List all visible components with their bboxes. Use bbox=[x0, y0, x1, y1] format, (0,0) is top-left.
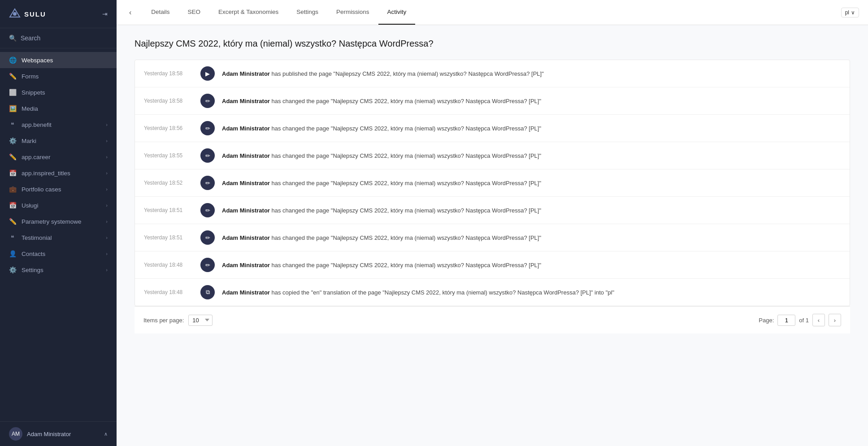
webspaces-icon: 🌐 bbox=[9, 56, 16, 64]
sidebar: SULU ⇥ 🔍 Search 🌐 Webspaces ✏️ Forms ⬜ S… bbox=[0, 0, 117, 446]
activity-text: Adam Ministrator has changed the page "N… bbox=[222, 152, 841, 159]
activity-type-icon: ✏ bbox=[205, 234, 210, 241]
nav-item-left: ❝ Testimonial bbox=[9, 234, 52, 241]
sidebar-item-portfolio-cases[interactable]: 💼 Portfolio cases › bbox=[0, 181, 117, 197]
sidebar-nav: 🌐 Webspaces ✏️ Forms ⬜ Snippets 🖼️ Media… bbox=[0, 48, 117, 421]
sidebar-item-parametry[interactable]: ✏️ Parametry systemowe › bbox=[0, 213, 117, 229]
activity-time: Yesterday 18:52 bbox=[144, 180, 193, 186]
activity-item: Yesterday 18:52 ✏ Adam Ministrator has c… bbox=[135, 169, 850, 197]
activity-user: Adam Ministrator bbox=[222, 125, 270, 132]
sidebar-item-media[interactable]: 🖼️ Media bbox=[0, 100, 117, 117]
user-menu-chevron[interactable]: ∧ bbox=[104, 431, 108, 437]
nav-item-left: ⬜ Snippets bbox=[9, 89, 45, 96]
lang-chevron-icon: ∨ bbox=[851, 9, 855, 16]
sidebar-item-snippets[interactable]: ⬜ Snippets bbox=[0, 84, 117, 100]
activity-avatar: ✏ bbox=[200, 94, 215, 108]
settings-icon: ⚙️ bbox=[9, 266, 16, 273]
sidebar-footer: AM Adam Ministrator ∧ bbox=[0, 421, 117, 446]
activity-time: Yesterday 18:48 bbox=[144, 262, 193, 268]
activity-item: Yesterday 18:58 ▶ Adam Ministrator has p… bbox=[135, 60, 850, 87]
sidebar-item-app-inspired-titles[interactable]: 📅 app.inspired_titles › bbox=[0, 165, 117, 181]
search-item[interactable]: 🔍 Search bbox=[0, 28, 117, 48]
activity-time: Yesterday 18:58 bbox=[144, 70, 193, 77]
topbar-right: pl ∨ bbox=[841, 8, 859, 17]
nav-chevron-icon: › bbox=[106, 267, 108, 273]
sidebar-item-contacts[interactable]: 👤 Contacts › bbox=[0, 246, 117, 262]
back-button[interactable]: ‹ bbox=[126, 7, 135, 18]
tab-permissions[interactable]: Permissions bbox=[327, 0, 378, 25]
activity-time: Yesterday 18:55 bbox=[144, 152, 193, 159]
sidebar-item-forms[interactable]: ✏️ Forms bbox=[0, 68, 117, 84]
activity-type-icon: ✏ bbox=[205, 180, 210, 186]
nav-item-label: app.benefit bbox=[22, 121, 52, 128]
nav-item-left: 👤 Contacts bbox=[9, 250, 45, 257]
activity-type-icon: ⧉ bbox=[206, 289, 210, 296]
activity-type-icon: ✏ bbox=[205, 98, 210, 104]
nav-item-label: Contacts bbox=[22, 251, 45, 257]
page-input[interactable] bbox=[777, 315, 795, 326]
nav-item-left: ❝ app.benefit bbox=[9, 121, 52, 128]
nav-item-label: Parametry systemowe bbox=[22, 218, 82, 225]
next-page-button[interactable]: › bbox=[829, 314, 841, 326]
activity-type-icon: ✏ bbox=[205, 262, 210, 268]
app-benefit-icon: ❝ bbox=[9, 121, 16, 128]
nav-item-left: 📅 Usługi bbox=[9, 202, 39, 209]
activity-time: Yesterday 18:48 bbox=[144, 289, 193, 295]
app-career-icon: ✏️ bbox=[9, 153, 16, 160]
tab-settings[interactable]: Settings bbox=[287, 0, 327, 25]
page-label: Page: bbox=[759, 317, 774, 324]
activity-item: Yesterday 18:56 ✏ Adam Ministrator has c… bbox=[135, 115, 850, 142]
per-page-select[interactable]: 102050100 bbox=[188, 315, 213, 326]
activity-text: Adam Ministrator has changed the page "N… bbox=[222, 234, 841, 241]
app-name: SULU bbox=[24, 10, 46, 18]
user-info: AM Adam Ministrator bbox=[9, 427, 71, 441]
sidebar-item-testimonial[interactable]: ❝ Testimonial › bbox=[0, 229, 117, 246]
activity-user: Adam Ministrator bbox=[222, 152, 270, 159]
user-name: Adam Ministrator bbox=[27, 431, 71, 437]
content-area: Najlepszy CMS 2022, który ma (niemal) ws… bbox=[117, 25, 868, 446]
activity-item: Yesterday 18:58 ✏ Adam Ministrator has c… bbox=[135, 87, 850, 115]
activity-text: Adam Ministrator has published the page … bbox=[222, 70, 841, 77]
tab-seo[interactable]: SEO bbox=[179, 0, 210, 25]
sidebar-item-webspaces[interactable]: 🌐 Webspaces bbox=[0, 52, 117, 68]
nav-item-left: ✏️ app.career bbox=[9, 153, 51, 160]
logo-icon bbox=[9, 8, 21, 20]
sidebar-item-app-career[interactable]: ✏️ app.career › bbox=[0, 149, 117, 165]
activity-type-icon: ✏ bbox=[205, 207, 210, 214]
nav-chevron-icon: › bbox=[106, 219, 108, 224]
activity-avatar: ✏ bbox=[200, 230, 215, 245]
sidebar-collapse-button[interactable]: ⇥ bbox=[102, 10, 108, 17]
prev-page-button[interactable]: ‹ bbox=[812, 314, 825, 326]
tab-details[interactable]: Details bbox=[142, 0, 178, 25]
sidebar-item-marki[interactable]: ⚙️ Marki › bbox=[0, 133, 117, 149]
activity-text: Adam Ministrator has changed the page "N… bbox=[222, 207, 841, 214]
nav-chevron-icon: › bbox=[106, 251, 108, 256]
tab-excerpt[interactable]: Excerpt & Taxonomies bbox=[209, 0, 287, 25]
nav-item-label: Forms bbox=[22, 73, 39, 80]
language-badge[interactable]: pl ∨ bbox=[841, 8, 859, 17]
lang-label: pl bbox=[845, 9, 849, 16]
nav-item-label: Media bbox=[22, 105, 38, 112]
topbar: ‹ DetailsSEOExcerpt & TaxonomiesSettings… bbox=[117, 0, 868, 25]
nav-chevron-icon: › bbox=[106, 186, 108, 192]
activity-user: Adam Ministrator bbox=[222, 289, 270, 296]
page-title: Najlepszy CMS 2022, który ma (niemal) ws… bbox=[135, 39, 850, 49]
sidebar-item-app-benefit[interactable]: ❝ app.benefit › bbox=[0, 117, 117, 133]
media-icon: 🖼️ bbox=[9, 105, 16, 112]
activity-user: Adam Ministrator bbox=[222, 207, 270, 214]
nav-item-left: 💼 Portfolio cases bbox=[9, 186, 61, 193]
activity-item: Yesterday 18:48 ✏ Adam Ministrator has c… bbox=[135, 251, 850, 279]
activity-user: Adam Ministrator bbox=[222, 70, 270, 77]
activity-time: Yesterday 18:58 bbox=[144, 98, 193, 104]
activity-item: Yesterday 18:55 ✏ Adam Ministrator has c… bbox=[135, 142, 850, 169]
activity-item: Yesterday 18:51 ✏ Adam Ministrator has c… bbox=[135, 197, 850, 224]
activity-avatar: ✏ bbox=[200, 203, 215, 217]
tab-activity[interactable]: Activity bbox=[378, 0, 416, 25]
nav-chevron-icon: › bbox=[106, 235, 108, 240]
testimonial-icon: ❝ bbox=[9, 234, 16, 241]
activity-user: Adam Ministrator bbox=[222, 180, 270, 186]
logo: SULU bbox=[9, 8, 46, 20]
nav-item-label: Webspaces bbox=[22, 57, 53, 64]
sidebar-item-settings[interactable]: ⚙️ Settings › bbox=[0, 262, 117, 278]
sidebar-item-uslugi[interactable]: 📅 Usługi › bbox=[0, 197, 117, 213]
